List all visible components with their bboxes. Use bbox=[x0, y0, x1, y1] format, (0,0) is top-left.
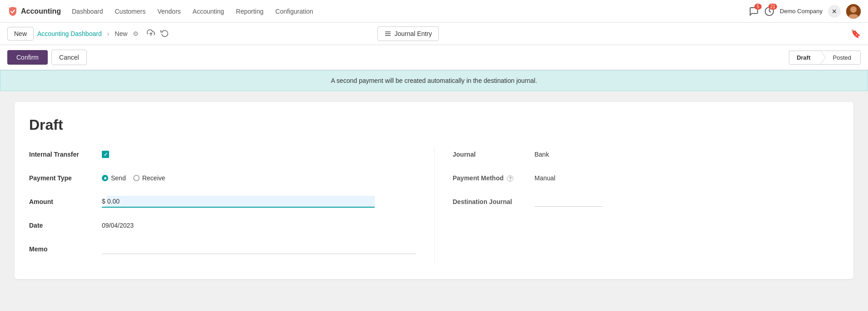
payment-method-help-icon[interactable]: ? bbox=[507, 175, 513, 182]
status-draft-label: Draft bbox=[797, 54, 810, 61]
status-draft[interactable]: Draft bbox=[789, 51, 819, 65]
destination-journal-label: Destination Journal bbox=[453, 198, 535, 205]
payment-type-send-label: Send bbox=[111, 174, 126, 182]
nav-customers[interactable]: Customers bbox=[110, 5, 151, 18]
undo-button[interactable] bbox=[160, 28, 170, 40]
destination-journal-row: Destination Journal bbox=[453, 194, 839, 210]
app-logo[interactable]: Accounting bbox=[7, 6, 61, 17]
status-posted[interactable]: Posted bbox=[820, 51, 861, 65]
date-value[interactable]: 09/04/2023 bbox=[102, 222, 416, 229]
toolbar-icons bbox=[146, 28, 170, 40]
banner-message: A second payment will be created automat… bbox=[331, 77, 537, 84]
form-right: Journal Bank Payment Method ? Manual Des… bbox=[434, 146, 839, 265]
bookmark-icon[interactable]: 🔖 bbox=[851, 29, 861, 39]
memo-row: Memo bbox=[29, 241, 416, 257]
upload-button[interactable] bbox=[146, 28, 156, 40]
nav-configuration[interactable]: Configuration bbox=[270, 5, 319, 18]
amount-label: Amount bbox=[29, 198, 102, 205]
form-left: Internal Transfer Payment Type Send Rece… bbox=[29, 146, 434, 265]
confirm-button[interactable]: Confirm bbox=[7, 50, 48, 65]
form-title: Draft bbox=[29, 117, 839, 133]
svg-point-2 bbox=[850, 6, 857, 13]
amount-prefix: $ bbox=[102, 198, 105, 205]
messages-badge: 5 bbox=[754, 4, 762, 10]
memo-label: Memo bbox=[29, 245, 102, 253]
app-name: Accounting bbox=[21, 7, 61, 15]
gear-icon[interactable]: ⚙ bbox=[133, 30, 139, 37]
company-name[interactable]: Demo Company bbox=[780, 8, 823, 15]
main-content: Draft Internal Transfer Payment Type Sen… bbox=[0, 91, 868, 311]
payment-type-group: Send Receive bbox=[102, 174, 165, 182]
breadcrumb-home[interactable]: Accounting Dashboard bbox=[37, 30, 102, 37]
destination-journal-value[interactable] bbox=[535, 197, 603, 207]
payment-type-row: Payment Type Send Receive bbox=[29, 170, 416, 186]
date-label: Date bbox=[29, 222, 102, 229]
action-bar: Confirm Cancel Draft Posted bbox=[0, 45, 868, 70]
nav-vendors[interactable]: Vendors bbox=[152, 5, 186, 18]
activity-button[interactable]: 21 bbox=[764, 6, 774, 16]
journal-row: Journal Bank bbox=[453, 146, 839, 163]
memo-value[interactable] bbox=[102, 244, 416, 254]
user-avatar[interactable] bbox=[846, 4, 861, 19]
cancel-button[interactable]: Cancel bbox=[51, 50, 87, 65]
form-card: Draft Internal Transfer Payment Type Sen… bbox=[15, 102, 853, 279]
journal-value[interactable]: Bank bbox=[535, 151, 549, 158]
journal-label: Journal bbox=[453, 151, 535, 158]
payment-type-send[interactable]: Send bbox=[102, 174, 126, 182]
breadcrumb-separator: › bbox=[107, 30, 110, 37]
messages-button[interactable]: 5 bbox=[749, 6, 759, 16]
radio-receive-icon bbox=[133, 175, 140, 181]
amount-input-wrapper[interactable]: $ bbox=[102, 196, 375, 208]
payment-type-label: Payment Type bbox=[29, 174, 102, 182]
topbar-right: 5 21 Demo Company ✕ bbox=[749, 4, 861, 19]
close-button[interactable]: ✕ bbox=[828, 5, 841, 18]
main-nav: Dashboard Customers Vendors Accounting R… bbox=[66, 5, 747, 18]
internal-transfer-checkbox[interactable] bbox=[102, 151, 109, 158]
status-posted-label: Posted bbox=[833, 54, 851, 61]
payment-method-label: Payment Method ? bbox=[453, 174, 535, 182]
journal-entry-button[interactable]: Journal Entry bbox=[377, 26, 438, 41]
form-section: Internal Transfer Payment Type Send Rece… bbox=[29, 146, 839, 265]
activity-badge: 21 bbox=[768, 4, 777, 10]
journal-entry-label: Journal Entry bbox=[394, 30, 431, 37]
internal-transfer-row: Internal Transfer bbox=[29, 146, 416, 163]
breadcrumb-current: New bbox=[115, 30, 127, 37]
toolbar: New Accounting Dashboard › New ⚙ Journal… bbox=[0, 23, 868, 45]
status-bar: Draft Posted bbox=[789, 51, 861, 65]
info-banner: A second payment will be created automat… bbox=[0, 70, 868, 91]
payment-type-receive[interactable]: Receive bbox=[133, 174, 166, 182]
nav-dashboard[interactable]: Dashboard bbox=[66, 5, 109, 18]
amount-input[interactable] bbox=[106, 196, 375, 207]
date-row: Date 09/04/2023 bbox=[29, 217, 416, 234]
payment-type-receive-label: Receive bbox=[142, 174, 166, 182]
payment-method-row: Payment Method ? Manual bbox=[453, 170, 839, 186]
nav-accounting[interactable]: Accounting bbox=[187, 5, 230, 18]
amount-row: Amount $ bbox=[29, 194, 416, 210]
top-navbar: Accounting Dashboard Customers Vendors A… bbox=[0, 0, 868, 23]
payment-method-value[interactable]: Manual bbox=[535, 174, 556, 182]
new-button[interactable]: New bbox=[7, 27, 34, 41]
radio-send-icon bbox=[102, 175, 108, 181]
internal-transfer-label: Internal Transfer bbox=[29, 151, 102, 158]
nav-reporting[interactable]: Reporting bbox=[231, 5, 269, 18]
